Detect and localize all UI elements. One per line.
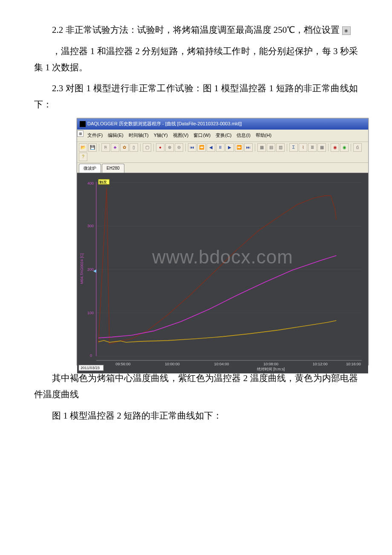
ytick-200: 200 bbox=[87, 267, 94, 272]
svg-text:触发: 触发 bbox=[99, 179, 107, 184]
menu-convert[interactable]: 变换(C) bbox=[213, 130, 234, 141]
grid2-icon[interactable]: ▤ bbox=[267, 143, 275, 152]
y-axis: 0 100 200 300 400 M04.TAG0024 [C] bbox=[80, 181, 362, 358]
series-brown bbox=[98, 188, 336, 344]
tree-icon[interactable]: ♣ bbox=[111, 143, 119, 152]
copy-icon[interactable]: ⎘ bbox=[101, 143, 110, 152]
plot-area: www.bdocx.com 0 100 200 300 400 bbox=[77, 173, 368, 373]
title-bar: DAQLOGGER 历史数据浏览器程序 - [曲线 [DataFile-2011… bbox=[77, 119, 368, 130]
xtick-2: 10:04:00 bbox=[214, 362, 229, 366]
nav-prev-fast-icon[interactable]: ⏪ bbox=[197, 143, 206, 152]
xtick-1: 10:00:00 bbox=[165, 362, 180, 366]
nav-first-icon[interactable]: ⏮ bbox=[188, 143, 196, 152]
xtick-0: 09:56:00 bbox=[115, 362, 130, 366]
system-menu-icon[interactable]: ▦ bbox=[77, 130, 84, 137]
paragraph-next-fig: 图 1 模型温控器 2 短路的非正常曲线如下： bbox=[34, 408, 358, 424]
save-icon[interactable]: 💾 bbox=[88, 143, 97, 152]
yaxis-title: M04.TAG0024 [C] bbox=[80, 253, 84, 284]
xtick-4: 10:12:00 bbox=[313, 362, 328, 366]
colorpick2-icon[interactable]: ◉ bbox=[340, 143, 349, 152]
date-badge: 2011/03/23 bbox=[79, 365, 104, 370]
nav-next-fast-icon[interactable]: ⏩ bbox=[235, 143, 243, 152]
paragraph-2-3: 2.3 对图 1 模型进行非正常工作试验：图 1 模型温控器 1 短路的非正常曲… bbox=[34, 81, 358, 113]
menu-bar: ▦ 文件(F) 编辑(E) 时间轴(T) Y轴(Y) 视图(V) 窗口(W) 变… bbox=[77, 130, 368, 142]
window-title: DAQLOGGER 历史数据浏览器程序 - [曲线 [DataFile-2011… bbox=[87, 120, 242, 128]
menu-edit[interactable]: 编辑(E) bbox=[105, 130, 126, 141]
menu-yaxis[interactable]: Y轴(Y) bbox=[151, 130, 170, 141]
colorpick1-icon[interactable]: ◉ bbox=[331, 143, 339, 152]
zoom-in-icon[interactable]: ⊕ bbox=[165, 143, 174, 152]
xtick-3: 10:08:00 bbox=[263, 362, 278, 366]
ytick-300: 300 bbox=[87, 224, 94, 228]
text: 2.2 非正常试验方法：试验时，将烤箱温度调至最高温度 250℃，档位设置 bbox=[52, 25, 340, 35]
paragraph-legend: 其中褐色为烤箱中心温度曲线，紫红色为温控器 2 温度曲线，黄色为内部电器件温度曲… bbox=[34, 370, 358, 403]
record-icon[interactable]: ● bbox=[156, 143, 164, 152]
nav-next-icon[interactable]: ▶ bbox=[225, 143, 234, 152]
tab-bar: 微波炉 EH280 bbox=[77, 163, 368, 173]
panel-icon[interactable]: ▯ bbox=[130, 143, 138, 152]
toolbar: 📂 💾 ⎘ ♣ ✿ ▯ ▢ ● ⊕ ⊖ ⏮ ⏪ ◀ ⏸ ▶ ⏩ ⏭ ▦ ▤ ▥ bbox=[77, 142, 368, 163]
daqlogger-window: DAQLOGGER 历史数据浏览器程序 - [曲线 [DataFile-2011… bbox=[77, 118, 369, 365]
cursor-marker-icon bbox=[93, 269, 96, 273]
paragraph-2-2b: ，温控器 1 和温控器 2 分别短路，烤箱持续工作时，能分别起保护，每 3 秒采… bbox=[34, 43, 358, 76]
nav-last-icon[interactable]: ⏭ bbox=[244, 143, 253, 152]
chart-svg: 0 100 200 300 400 M04.TAG0024 [C] 触 bbox=[77, 173, 368, 373]
list-icon[interactable]: ≣ bbox=[308, 143, 317, 152]
series-yellow bbox=[98, 321, 336, 342]
stop-icon[interactable]: ▢ bbox=[143, 143, 151, 152]
grid3-icon[interactable]: ▥ bbox=[276, 143, 285, 152]
nav-pause-icon[interactable]: ⏸ bbox=[216, 143, 225, 152]
chart-icon[interactable]: ⌇ bbox=[299, 143, 307, 152]
menu-view[interactable]: 视图(V) bbox=[170, 130, 191, 141]
menu-info[interactable]: 信息(I) bbox=[234, 130, 253, 141]
app-icon bbox=[80, 121, 86, 127]
svg-text:2011/03/23: 2011/03/23 bbox=[81, 366, 100, 370]
num-icon[interactable]: Σ bbox=[289, 143, 298, 152]
menu-time[interactable]: 时间轴(T) bbox=[126, 130, 151, 141]
setting-icon: ◉ bbox=[342, 26, 351, 35]
ytick-0: 0 bbox=[90, 353, 92, 358]
series-magenta bbox=[98, 255, 336, 338]
zoom-out-icon[interactable]: ⊖ bbox=[175, 143, 183, 152]
svg-rect-6 bbox=[98, 179, 110, 184]
grid1-icon[interactable]: ▦ bbox=[257, 143, 266, 152]
nav-prev-icon[interactable]: ◀ bbox=[207, 143, 215, 152]
menu-file[interactable]: 文件(F) bbox=[85, 130, 105, 141]
tab-microwave[interactable]: 微波炉 bbox=[79, 164, 101, 173]
ytick-400: 400 bbox=[87, 181, 94, 185]
menu-help[interactable]: 帮助(H) bbox=[253, 130, 274, 141]
xaxis-label: 绝对时间 [h:m:s] bbox=[257, 367, 285, 371]
print-icon[interactable]: ⎙ bbox=[353, 143, 362, 152]
menu-window[interactable]: 窗口(W) bbox=[191, 130, 213, 141]
trigger-badge: 触发 bbox=[98, 179, 110, 184]
ytick-100: 100 bbox=[87, 310, 94, 315]
open-icon[interactable]: 📂 bbox=[79, 143, 87, 152]
tag-icon[interactable]: ▦ bbox=[317, 143, 326, 152]
gear-icon[interactable]: ✿ bbox=[120, 143, 129, 152]
tab-eh280[interactable]: EH280 bbox=[102, 164, 124, 173]
help-icon[interactable]: ? bbox=[79, 153, 87, 161]
paragraph-2-2a: 2.2 非正常试验方法：试验时，将烤箱温度调至最高温度 250℃，档位设置 ◉ bbox=[34, 22, 358, 38]
xtick-5: 10:16:00 bbox=[346, 362, 361, 366]
x-axis: 09:56:00 10:00:00 10:04:00 10:08:00 10:1… bbox=[96, 360, 362, 371]
